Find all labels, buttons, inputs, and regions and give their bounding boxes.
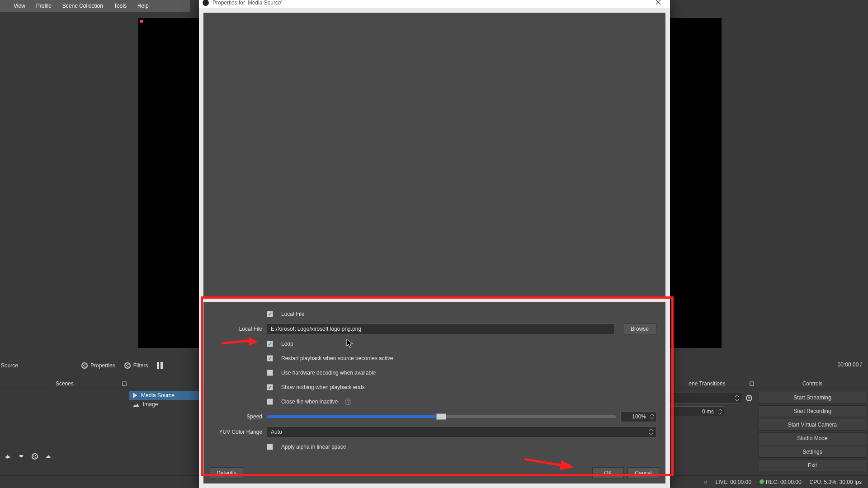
local-file-label: Local File [212, 326, 262, 332]
speed-label: Speed [212, 413, 262, 420]
svg-rect-1 [750, 382, 754, 385]
yuv-value: Auto [271, 429, 282, 435]
show-nothing-label: Show nothing when playback ends [281, 384, 365, 390]
start-streaming-button[interactable]: Start Streaming [759, 392, 866, 404]
source-label: Source [0, 362, 77, 369]
ok-button[interactable]: OK [592, 467, 624, 479]
dialog-form: Local File Local File E:/Xirosoft Logo/x… [203, 302, 665, 463]
scenes-header: Scenes [56, 380, 74, 387]
properties-dialog: Properties for 'Media Source' Local File… [199, 0, 670, 488]
scenes-panel: Scenes [0, 378, 129, 479]
transitions-popout-icon[interactable] [750, 381, 754, 386]
menu-tools[interactable]: Tools [108, 0, 132, 12]
status-live: LIVE: 00:00:00 [715, 479, 751, 485]
status-cpu: CPU: 5.3%, 30.00 fps [810, 479, 862, 485]
local-file-checkbox-label: Local File [281, 311, 304, 317]
start-recording-button[interactable]: Start Recording [759, 405, 866, 417]
speed-slider[interactable] [267, 415, 616, 418]
scenes-popout-icon[interactable] [122, 381, 127, 386]
add-source-icon[interactable]: ＋ [4, 452, 12, 460]
dialog-preview [203, 13, 665, 297]
close-file-checkbox[interactable] [267, 399, 273, 405]
chevron-down-icon [649, 429, 653, 435]
transitions-panel: ene Transitions 0 ms [657, 378, 757, 479]
controls-panel: Controls Start Streaming Start Recording… [757, 378, 868, 479]
loop-label: Loop [281, 341, 293, 347]
yuv-label: YUV Color Range [212, 429, 262, 435]
properties-button[interactable]: Properties [77, 361, 120, 371]
menu-scene-collection[interactable]: Scene Collection [57, 0, 108, 12]
defaults-button[interactable]: Defaults [210, 467, 243, 479]
filters-button[interactable]: Filters [120, 361, 153, 371]
recording-indicator-icon [760, 479, 764, 484]
properties-label: Properties [90, 362, 115, 369]
obs-icon [203, 0, 209, 6]
apply-alpha-checkbox[interactable] [267, 444, 273, 450]
apply-alpha-label: Apply alpha in linear space [281, 444, 346, 450]
transition-select[interactable] [661, 393, 742, 404]
restart-playback-checkbox[interactable] [267, 355, 273, 361]
start-virtual-camera-button[interactable]: Start Virtual Camera [759, 419, 866, 431]
cancel-button[interactable]: Cancel [627, 467, 659, 479]
status-rec: REC: 00:00:00 [766, 479, 802, 485]
close-button[interactable] [649, 0, 667, 7]
source-toolbar: Source Properties Filters [0, 359, 199, 372]
remove-source-icon[interactable]: － [17, 452, 25, 460]
close-icon [656, 0, 661, 5]
svg-rect-0 [123, 382, 126, 385]
loop-checkbox[interactable] [267, 341, 273, 347]
stream-signal-icon [704, 481, 707, 483]
preview-timecode: 00:00:00 / [838, 361, 862, 368]
studio-mode-button[interactable]: Studio Mode [759, 432, 866, 444]
close-file-label: Close file when inactive [281, 399, 338, 405]
spinner-icon[interactable] [650, 413, 654, 420]
restart-playback-label: Restart playback when source becomes act… [281, 355, 393, 361]
selection-handle[interactable] [140, 20, 143, 23]
controls-header: Controls [802, 380, 823, 387]
source-image-label: Image [143, 401, 158, 408]
chevron-down-icon [735, 395, 739, 401]
local-file-checkbox[interactable] [267, 311, 273, 317]
transition-settings-icon[interactable] [745, 394, 753, 402]
image-source-icon [133, 402, 139, 407]
pause-icon [157, 362, 163, 369]
help-icon[interactable]: ? [345, 399, 351, 405]
browse-button[interactable]: Browse [623, 324, 656, 334]
dialog-buttons: Defaults OK Cancel [203, 463, 665, 483]
transitions-header: ene Transitions [689, 380, 725, 387]
transition-duration-input[interactable]: 0 ms [661, 406, 724, 417]
hardware-decoding-label: Use hardware decoding when available [281, 370, 376, 376]
dialog-titlebar[interactable]: Properties for 'Media Source' [199, 0, 670, 8]
speed-value-input[interactable]: 100% [620, 411, 656, 422]
filters-icon [124, 362, 131, 369]
filters-label: Filters [133, 362, 148, 369]
hardware-decoding-checkbox[interactable] [267, 370, 273, 376]
speed-value: 100% [632, 413, 646, 420]
dialog-title: Properties for 'Media Source' [212, 0, 282, 6]
local-file-input[interactable]: E:/Xirosoft Logo/xirosoft logo png.png [267, 324, 615, 334]
menu-bar: View Profile Scene Collection Tools Help [0, 0, 190, 12]
source-media-label: Media Source [141, 392, 175, 399]
menu-profile[interactable]: Profile [31, 0, 57, 12]
slider-thumb[interactable] [436, 413, 446, 420]
yuv-color-range-select[interactable]: Auto [267, 427, 656, 437]
media-source-icon [133, 393, 137, 398]
show-nothing-checkbox[interactable] [267, 384, 273, 390]
menu-view[interactable]: View [8, 0, 31, 12]
pause-button[interactable] [152, 360, 167, 371]
transition-duration-value: 0 ms [702, 408, 714, 415]
gear-icon [81, 362, 88, 369]
menu-help[interactable]: Help [132, 0, 154, 12]
spinner-icon[interactable] [717, 408, 722, 415]
source-properties-icon[interactable] [31, 452, 39, 460]
source-move-up-icon[interactable] [44, 452, 52, 460]
local-file-value: E:/Xirosoft Logo/xirosoft logo png.png [271, 326, 361, 332]
